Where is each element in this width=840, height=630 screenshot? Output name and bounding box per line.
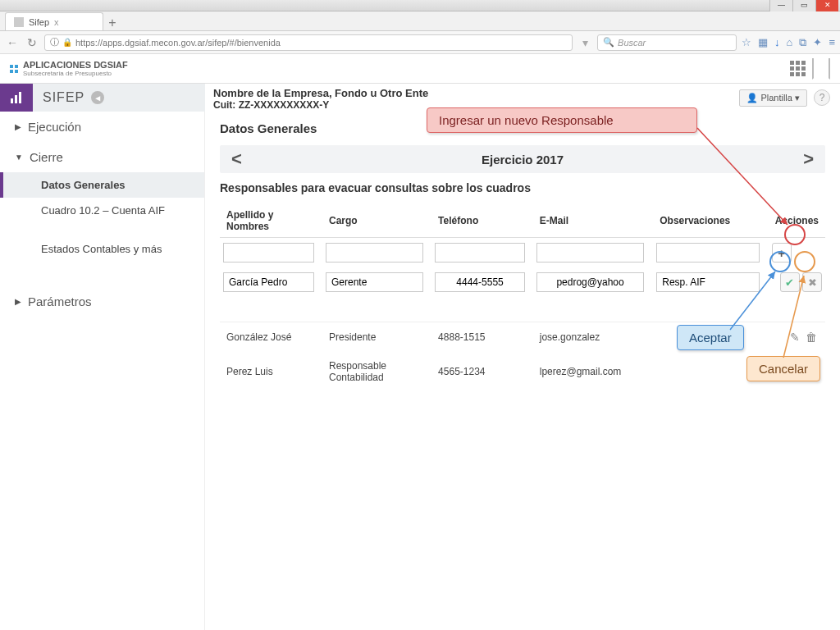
star-icon[interactable]: ☆ — [742, 36, 751, 49]
lock-icon: 🔒 — [62, 38, 72, 47]
edit-cargo-input[interactable] — [326, 272, 423, 292]
col-obs: Observaciones — [653, 204, 768, 238]
cell-telefono: 4565-1234 — [431, 352, 533, 391]
app-header: APLICACIONES DGSIAF Subsecretaría de Pre… — [0, 54, 840, 84]
ring-accept — [769, 251, 791, 272]
url-text: https://apps.dgsiaf.mecon.gov.ar/sifep/#… — [75, 38, 281, 48]
edit-email-input[interactable] — [536, 272, 645, 292]
subsection-title: Responsables para evacuar consultas sobr… — [220, 181, 825, 194]
subnav-cuadro102[interactable]: Cuadro 10.2 – Cuenta AIF — [0, 198, 204, 223]
module-icon[interactable] — [0, 84, 33, 112]
ring-cancel — [794, 251, 815, 272]
new-cargo-input[interactable] — [326, 243, 423, 262]
content: Datos Generales < Ejercicio 2017 > Respo… — [205, 112, 840, 630]
nav-ejecucion[interactable]: ▶Ejecución — [0, 112, 204, 142]
help-button[interactable]: ? — [814, 89, 830, 106]
favicon — [14, 17, 24, 27]
app-subheader: SIFEP ◄ Nombre de la Empresa, Fondo u Ot… — [0, 84, 840, 112]
cell-nombre: González José — [220, 322, 322, 352]
table-row: Perez Luis Responsable Contabilidad 4565… — [220, 352, 825, 391]
period-prev[interactable]: < — [226, 148, 247, 170]
ext2-icon[interactable]: ✦ — [813, 36, 822, 49]
download-icon[interactable]: ↓ — [774, 36, 780, 49]
tab-close-icon[interactable]: x — [54, 17, 59, 27]
new-telefono-input[interactable] — [435, 243, 525, 262]
home-icon[interactable]: ⌂ — [787, 36, 793, 49]
plantilla-button[interactable]: 👤 Plantilla ▾ — [739, 89, 807, 107]
edit-nombre-input[interactable] — [223, 272, 314, 292]
cell-telefono: 4888-1515 — [431, 322, 533, 352]
sidebar: ▶Ejecución ▼Cierre Datos Generales Cuadr… — [0, 112, 205, 630]
new-email-input[interactable] — [536, 243, 645, 262]
nav-cierre[interactable]: ▼Cierre — [0, 142, 204, 172]
toolbar-icons: ☆ ▦ ↓ ⌂ ⧉ ✦ ≡ — [742, 36, 835, 49]
svg-rect-2 — [19, 92, 21, 103]
window-maximize[interactable]: ▭ — [792, 0, 815, 11]
col-telefono: Teléfono — [431, 204, 533, 238]
ext1-icon[interactable]: ⧉ — [799, 36, 806, 49]
edit-telefono-input[interactable] — [435, 272, 525, 292]
new-row: + — [220, 238, 825, 268]
period-selector: < Ejercicio 2017 > — [220, 145, 825, 173]
ring-add — [784, 224, 806, 245]
company-name: Nombre de la Empresa, Fondo u Otro Ente — [213, 87, 731, 99]
cell-nombre: Perez Luis — [220, 352, 322, 391]
window-close[interactable]: ✕ — [815, 0, 838, 11]
subnav-datos-generales[interactable]: Datos Generales — [0, 172, 204, 198]
search-placeholder: Buscar — [618, 38, 646, 48]
bookmark-icon[interactable] — [812, 58, 830, 80]
edit-row: ✔ ✖ — [220, 267, 825, 297]
period-label: Ejercicio 2017 — [482, 153, 564, 167]
apps-grid-icon[interactable] — [790, 61, 806, 76]
url-bar[interactable]: ⓘ 🔒 https://apps.dgsiaf.mecon.gov.ar/sif… — [44, 34, 573, 51]
new-nombre-input[interactable] — [223, 243, 314, 262]
cell-cargo: Presidente — [322, 322, 431, 352]
info-icon: ⓘ — [50, 36, 59, 48]
browser-toolbar: ← ↻ ⓘ 🔒 https://apps.dgsiaf.mecon.gov.ar… — [0, 31, 840, 54]
delete-icon[interactable]: 🗑 — [804, 331, 819, 344]
svg-rect-0 — [11, 98, 13, 103]
dropdown-icon[interactable]: ▾ — [578, 35, 592, 50]
responsables-table: Apellido y Nombres Cargo Teléfono E-Mail… — [220, 204, 825, 391]
subnav-estados[interactable]: Estados Contables y más — [0, 236, 204, 262]
search-icon: 🔍 — [603, 37, 614, 48]
col-nombre: Apellido y Nombres — [220, 204, 322, 238]
browser-tabbar: Sifep x + — [0, 11, 840, 31]
brand-line1: APLICACIONES DGSIAF — [23, 60, 128, 70]
nav-reload-icon[interactable]: ↻ — [25, 35, 39, 50]
svg-rect-1 — [15, 95, 17, 103]
tab-title: Sifep — [29, 17, 49, 27]
edit-obs-input[interactable] — [656, 272, 760, 292]
col-email: E-Mail — [533, 204, 653, 238]
period-next[interactable]: > — [798, 148, 819, 170]
cancel-button[interactable]: ✖ — [802, 272, 822, 292]
new-obs-input[interactable] — [656, 243, 760, 262]
user-icon: 👤 — [746, 93, 758, 103]
cell-email: lperez@gmail.com — [533, 352, 653, 391]
cell-email: jose.gonzalez — [533, 322, 653, 352]
nav-back-icon[interactable]: ← — [5, 35, 20, 50]
module-name: SIFEP — [43, 90, 84, 105]
grid-icon[interactable]: ▦ — [758, 36, 768, 49]
callout-aceptar: Aceptar — [677, 325, 744, 350]
browser-search[interactable]: 🔍 Buscar — [597, 34, 737, 51]
callout-cancelar: Cancelar — [746, 356, 820, 381]
brand-line2: Subsecretaría de Presupuesto — [23, 70, 128, 77]
callout-nuevo: Ingresar un nuevo Responsable — [427, 107, 697, 133]
window-minimize[interactable]: — — [769, 0, 792, 11]
new-tab-button[interactable]: + — [103, 16, 121, 30]
col-cargo: Cargo — [322, 204, 431, 238]
window-titlebar: — ▭ ✕ — [0, 0, 840, 11]
cell-cargo: Responsable Contabilidad — [322, 352, 431, 391]
nav-parametros[interactable]: ▶Parámetros — [0, 286, 204, 317]
module-bar[interactable]: SIFEP ◄ — [33, 84, 205, 112]
module-back-icon[interactable]: ◄ — [91, 91, 104, 104]
accept-button[interactable]: ✔ — [780, 272, 800, 292]
brand: APLICACIONES DGSIAF Subsecretaría de Pre… — [10, 60, 128, 77]
browser-tab[interactable]: Sifep x — [5, 12, 103, 30]
menu-icon[interactable]: ≡ — [829, 36, 835, 49]
edit-icon[interactable]: ✎ — [788, 331, 801, 344]
